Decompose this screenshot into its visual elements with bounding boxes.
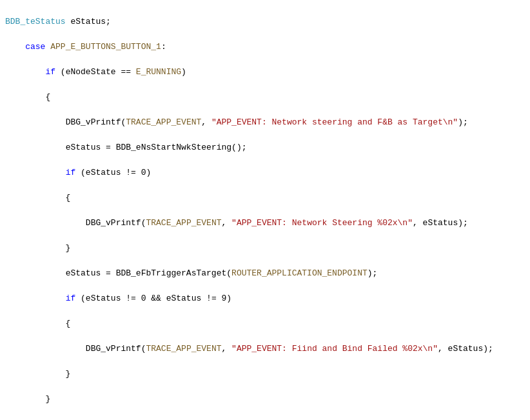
- code-line-5: DBG_vPrintf(TRACE_APP_EVENT, "APP_EVENT:…: [5, 116, 525, 129]
- code-line-9: DBG_vPrintf(TRACE_APP_EVENT, "APP_EVENT:…: [5, 217, 525, 230]
- code-line-13: {: [5, 317, 525, 330]
- code-line-1: BDB_teStatus eStatus;: [5, 15, 525, 28]
- code-line-6: eStatus = BDB_eNsStartNwkSteering();: [5, 141, 525, 154]
- code-line-15: }: [5, 368, 525, 381]
- code-line-8: {: [5, 192, 525, 205]
- code-line-4: {: [5, 91, 525, 104]
- code-line-3: if (eNodeState == E_RUNNING): [5, 66, 525, 79]
- code-line-16: }: [5, 393, 525, 406]
- code-line-17: else: [5, 418, 525, 421]
- code-line-7: if (eStatus != 0): [5, 166, 525, 179]
- code-editor: BDB_teStatus eStatus; case APP_E_BUTTONS…: [0, 0, 530, 420]
- code-line-10: }: [5, 242, 525, 255]
- code-line-11: eStatus = BDB_eFbTriggerAsTarget(ROUTER_…: [5, 267, 525, 280]
- code-line-14: DBG_vPrintf(TRACE_APP_EVENT, "APP_EVENT:…: [5, 343, 525, 355]
- code-line-12: if (eStatus != 0 && eStatus != 9): [5, 292, 525, 305]
- code-line-2: case APP_E_BUTTONS_BUTTON_1:: [5, 41, 525, 54]
